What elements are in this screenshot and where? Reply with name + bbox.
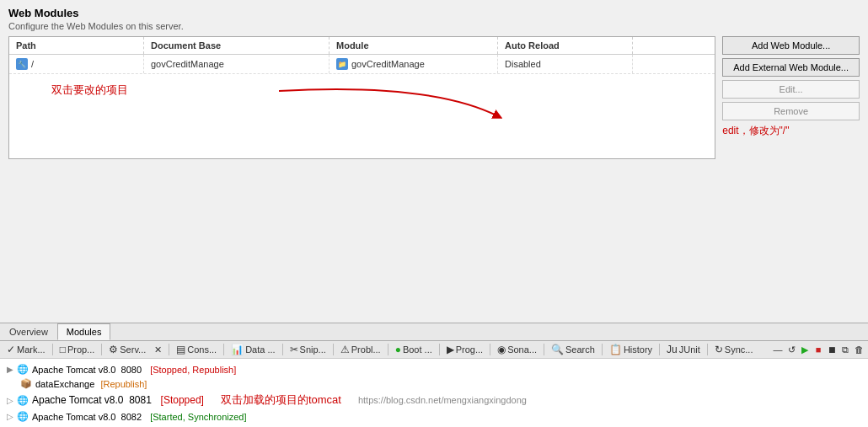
sep9	[490, 344, 490, 355]
toolbar-probl[interactable]: ⚠ Probl...	[337, 343, 384, 356]
status-8081: [Stopped]	[161, 394, 204, 406]
prop-icon: □	[60, 344, 66, 355]
server-icon-8080: 🌐	[17, 364, 29, 375]
toolbar-prog[interactable]: ▶ Prog...	[443, 343, 486, 356]
refresh-icon[interactable]: ↺	[785, 344, 797, 355]
remove-button[interactable]: Remove	[722, 102, 860, 120]
bottom-section: Overview Modules ✓ Mark... □ Prop... ⚙ S…	[0, 323, 868, 427]
add-external-web-module-button[interactable]: Add External Web Module...	[722, 58, 860, 77]
sep7	[388, 344, 388, 355]
annotation-area: 双击要改的项目	[9, 74, 715, 158]
prog-icon: ▶	[447, 344, 454, 355]
stop-icon[interactable]: ■	[812, 344, 824, 355]
toolbar-sync[interactable]: ↻ Sync...	[711, 343, 757, 356]
sep2	[101, 344, 102, 355]
server-item-8082[interactable]: ▷ 🌐 Apache Tomcat v8.0 8082 [Started, Sy…	[0, 409, 868, 424]
web-modules-title: Web Modules	[8, 7, 860, 19]
edit-button[interactable]: Edit...	[722, 80, 860, 99]
tab-bar: Overview Modules	[0, 323, 868, 341]
buttons-container: Add Web Module... Add External Web Modul…	[722, 36, 860, 159]
add-web-module-button[interactable]: Add Web Module...	[722, 36, 860, 55]
cell-path: 🔧 /	[9, 55, 144, 73]
serv-icon: ⚙	[109, 344, 118, 355]
search-icon: 🔍	[551, 344, 564, 355]
buttons-area: Add Web Module... Add External Web Modul…	[722, 36, 860, 120]
col-module: Module	[330, 37, 498, 54]
toolbar-serv[interactable]: ⚙ Serv...	[105, 343, 149, 356]
bottom-url: https://blog.csdn.net/mengxiangxingdong	[358, 395, 527, 405]
toolbar-mark[interactable]: ✓ Mark...	[3, 343, 49, 356]
server-item-8080[interactable]: ▶ 🌐 Apache Tomcat v8.0 8080 [Stopped, Re…	[0, 362, 868, 376]
arrow-icon-8082: ▷	[7, 412, 13, 421]
server-item-8081[interactable]: ▷ 🌐 Apache Tomcat v8.0 8081 [Stopped]	[7, 394, 204, 406]
tomcat-annotation-row: ▷ 🌐 Apache Tomcat v8.0 8081 [Stopped] 双击…	[0, 391, 868, 409]
minimize-icon[interactable]: —	[772, 344, 784, 355]
module-folder-icon: 📁	[336, 58, 348, 70]
sep4	[223, 344, 224, 355]
middle-space	[0, 163, 868, 323]
run-icon[interactable]: ▶	[799, 344, 811, 355]
status-8082: [Started, Synchronized]	[150, 412, 246, 422]
tab-modules[interactable]: Modules	[57, 323, 111, 340]
edit-annotation: edit，修改为"/"	[722, 124, 789, 138]
web-modules-subtitle: Configure the Web Modules on this server…	[8, 21, 860, 31]
cell-module: 📁 govCreditManage	[330, 55, 498, 73]
cell-autoreload: Disabled	[498, 55, 633, 73]
module-icon: 🔧	[16, 58, 28, 70]
sep8	[439, 344, 440, 355]
tab-overview[interactable]: Overview	[0, 323, 57, 340]
history-icon: 📋	[609, 344, 622, 355]
toolbar-cons[interactable]: ▤ Cons...	[173, 343, 220, 356]
sona-icon: ◉	[497, 344, 506, 355]
server-child-dataexchange[interactable]: 📦 dataExchange [Republish]	[0, 376, 868, 391]
clear-icon[interactable]: 🗑	[853, 344, 865, 355]
server-icon-8081: 🌐	[17, 395, 29, 406]
col-path: Path	[9, 37, 144, 54]
disconnect-icon[interactable]: ⏹	[826, 344, 838, 355]
col-docbase: Document Base	[144, 37, 330, 54]
sync-icon: ↻	[715, 344, 723, 355]
sep11	[602, 344, 603, 355]
probl-icon: ⚠	[340, 344, 350, 355]
sep10	[544, 344, 544, 355]
close-icon: ✕	[154, 344, 162, 355]
table-row[interactable]: 🔧 / govCreditManage 📁 govCreditManage Di…	[9, 55, 715, 74]
sep13	[707, 344, 708, 355]
server-list: ▶ 🌐 Apache Tomcat v8.0 8080 [Stopped, Re…	[0, 359, 868, 427]
child-icon: 📦	[20, 378, 32, 389]
col-autoreload: Auto Reload	[498, 37, 633, 54]
toolbar-data[interactable]: 📊 Data ...	[228, 343, 278, 356]
arrow-icon-8081: ▷	[7, 396, 13, 405]
status-dataexchange: [Republish]	[100, 379, 147, 389]
sep3	[169, 344, 169, 355]
expand-icon-8080: ▶	[7, 365, 13, 374]
toolbar-sona[interactable]: ◉ Sona...	[494, 343, 540, 356]
toolbar-row: ✓ Mark... □ Prop... ⚙ Serv... ✕ ▤ Cons..…	[0, 341, 868, 359]
toolbar-close[interactable]: ✕	[151, 344, 165, 356]
snip-icon: ✂	[290, 344, 298, 355]
sep5	[282, 344, 283, 355]
annotation-tomcat: 双击加载的项目的tomcat	[221, 392, 341, 408]
cell-docbase: govCreditManage	[144, 55, 330, 73]
toolbar-snip[interactable]: ✂ Snip...	[287, 343, 330, 356]
web-modules-table: Path Document Base Module Auto Reload 🔧 …	[8, 36, 715, 159]
toolbar-prop[interactable]: □ Prop...	[56, 343, 99, 356]
server-icon-8082: 🌐	[17, 411, 29, 422]
toolbar-boot[interactable]: ● Boot ...	[392, 343, 436, 356]
mark-icon: ✓	[7, 344, 15, 355]
toolbar-junit[interactable]: Ju JUnit	[663, 343, 704, 356]
web-modules-section: Web Modules Configure the Web Modules on…	[0, 0, 868, 163]
data-icon: 📊	[231, 344, 244, 355]
modules-content: Path Document Base Module Auto Reload 🔧 …	[8, 36, 860, 159]
status-8080: [Stopped, Republish]	[150, 365, 236, 375]
main-container: Web Modules Configure the Web Modules on…	[0, 0, 868, 427]
sep12	[659, 344, 660, 355]
boot-icon: ●	[395, 344, 401, 355]
cons-icon: ▤	[176, 344, 185, 355]
toolbar-history[interactable]: 📋 History	[606, 343, 656, 356]
copy-icon[interactable]: ⧉	[839, 344, 851, 355]
toolbar-search[interactable]: 🔍 Search	[548, 343, 598, 356]
sep1	[52, 344, 53, 355]
junit-icon: Ju	[667, 344, 678, 355]
sep6	[333, 344, 334, 355]
